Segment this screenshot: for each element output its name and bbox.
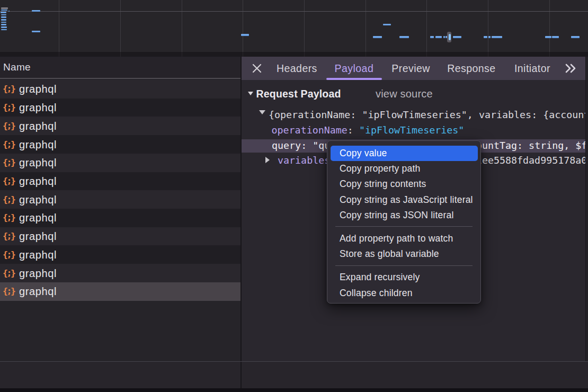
tab-payload[interactable]: Payload xyxy=(326,57,381,80)
json-request-icon: {;} xyxy=(3,194,15,204)
overview-grid-line xyxy=(366,0,366,57)
network-overview-strip[interactable] xyxy=(0,0,588,57)
waterfall-bar xyxy=(1,10,7,11)
menu-item-collapse-children[interactable]: Collapse children xyxy=(327,285,480,300)
waterfall-bar xyxy=(1,22,6,23)
more-tabs-icon[interactable] xyxy=(565,64,575,73)
waterfall-bar xyxy=(435,36,442,38)
collapsed-triangle-icon[interactable] xyxy=(265,157,270,163)
column-header-name[interactable]: Name xyxy=(0,57,240,79)
waterfall-bar xyxy=(1,24,6,25)
menu-item-copy-property-path[interactable]: Copy property path xyxy=(327,161,480,176)
json-request-icon: {;} xyxy=(3,250,15,260)
close-icon[interactable] xyxy=(252,64,262,73)
menu-item-label: Copy string as JavaScript literal xyxy=(340,194,473,205)
request-name: graphql xyxy=(19,83,57,95)
request-name: graphql xyxy=(19,138,57,150)
menu-item-copy-value[interactable]: Copy value xyxy=(331,146,478,161)
menu-item-add-property-path-to-watch[interactable]: Add property path to watch xyxy=(327,230,480,246)
overview-grid-line xyxy=(304,0,305,57)
waterfall-bar xyxy=(373,36,382,38)
overview-grid-line xyxy=(426,0,427,57)
menu-item-label: Expand recursively xyxy=(340,272,420,283)
menu-separator xyxy=(335,226,473,227)
column-header-label: Name xyxy=(3,61,31,73)
detail-tabbar: HeadersPayloadPreviewResponseInitiator xyxy=(242,57,586,80)
menu-item-label: Store as global variable xyxy=(340,248,439,260)
request-row[interactable]: {;}graphql xyxy=(0,227,240,246)
request-row[interactable]: {;}graphql xyxy=(0,172,240,191)
request-row[interactable]: {;}graphql xyxy=(0,117,240,135)
waterfall-bar xyxy=(443,36,446,38)
menu-separator xyxy=(335,265,473,266)
waterfall-bar xyxy=(1,19,6,21)
overview-grid-line xyxy=(59,0,59,57)
json-request-icon: {;} xyxy=(3,139,15,149)
waterfall-bar xyxy=(1,14,6,16)
tab-headers[interactable]: Headers xyxy=(268,57,327,80)
tab-label: Headers xyxy=(277,63,317,75)
json-request-icon: {;} xyxy=(3,176,15,186)
menu-item-copy-string-contents[interactable]: Copy string contents xyxy=(327,176,480,192)
waterfall-bar xyxy=(1,26,7,28)
context-menu: Copy valueCopy property pathCopy string … xyxy=(327,140,481,304)
summary-bar-right xyxy=(242,362,588,388)
overview-grid-line xyxy=(182,0,182,57)
json-request-icon: {;} xyxy=(3,287,15,297)
waterfall-bar xyxy=(1,29,7,31)
tab-label: Initiator xyxy=(514,63,550,75)
menu-item-label: Copy property path xyxy=(340,163,420,174)
request-row[interactable]: {;}graphql xyxy=(0,209,240,227)
menu-item-store-as-global-variable[interactable]: Store as global variable xyxy=(327,246,480,262)
request-row[interactable]: {;}graphql xyxy=(0,245,240,264)
request-row[interactable]: {;}graphql xyxy=(0,135,240,154)
request-row[interactable]: {;}graphql xyxy=(0,99,240,117)
request-name: graphql xyxy=(19,230,57,243)
waterfall-bar xyxy=(1,16,6,18)
active-tab-underline xyxy=(326,78,381,80)
overview-grid-line xyxy=(120,0,121,57)
request-name: graphql xyxy=(19,267,57,279)
menu-item-copy-string-as-json-literal[interactable]: Copy string as JSON literal xyxy=(327,207,480,222)
waterfall-bar xyxy=(383,24,391,26)
waterfall-bar xyxy=(449,34,451,40)
collapse-triangle-icon[interactable] xyxy=(248,92,253,95)
overview-grid-line xyxy=(488,0,488,57)
summary-bar-left xyxy=(0,362,240,388)
request-name: graphql xyxy=(19,193,57,206)
window-bottom-strip xyxy=(0,388,588,392)
requests-pane: Name {;}graphql{;}graphql{;}graphql{;}gr… xyxy=(0,57,240,361)
request-name: graphql xyxy=(19,175,57,187)
tab-label: Response xyxy=(447,63,495,75)
waterfall-bar xyxy=(571,36,580,38)
request-row[interactable]: {;}graphql xyxy=(0,264,240,282)
waterfall-bar xyxy=(453,36,461,38)
request-row[interactable]: {;}graphql xyxy=(0,154,240,172)
json-request-icon: {;} xyxy=(3,213,15,223)
json-request-icon: {;} xyxy=(3,231,15,241)
tab-response[interactable]: Response xyxy=(439,57,504,80)
menu-item-copy-string-as-javascript-literal[interactable]: Copy string as JavaScript literal xyxy=(327,192,480,207)
request-row[interactable]: {;}graphql xyxy=(0,282,240,301)
payload-segment: variables xyxy=(278,155,330,166)
waterfall-bar xyxy=(430,36,434,38)
payload-line[interactable]: {operationName: "ipFlowTimeseries", vari… xyxy=(269,109,585,120)
waterfall-bar xyxy=(552,36,559,38)
tab-initiator[interactable]: Initiator xyxy=(504,57,560,80)
expanded-triangle-icon[interactable] xyxy=(259,110,265,114)
request-row[interactable]: {;}graphql xyxy=(0,80,240,99)
menu-item-expand-recursively[interactable]: Expand recursively xyxy=(327,270,480,285)
request-name: graphql xyxy=(19,102,57,114)
request-name: graphql xyxy=(19,157,57,169)
request-row[interactable]: {;}graphql xyxy=(0,190,240,209)
view-source-link[interactable]: view source xyxy=(376,87,433,100)
json-request-icon: {;} xyxy=(3,84,15,94)
waterfall-bar xyxy=(1,12,6,13)
json-request-icon: {;} xyxy=(3,102,15,112)
request-name: graphql xyxy=(19,248,57,261)
devtools-network-panel: Name {;}graphql{;}graphql{;}graphql{;}gr… xyxy=(0,0,588,392)
tab-label: Payload xyxy=(335,63,374,75)
tab-preview[interactable]: Preview xyxy=(384,57,439,80)
payload-line[interactable]: operationName: "ipFlowTimeseries" xyxy=(272,124,465,135)
json-request-icon: {;} xyxy=(3,158,15,168)
